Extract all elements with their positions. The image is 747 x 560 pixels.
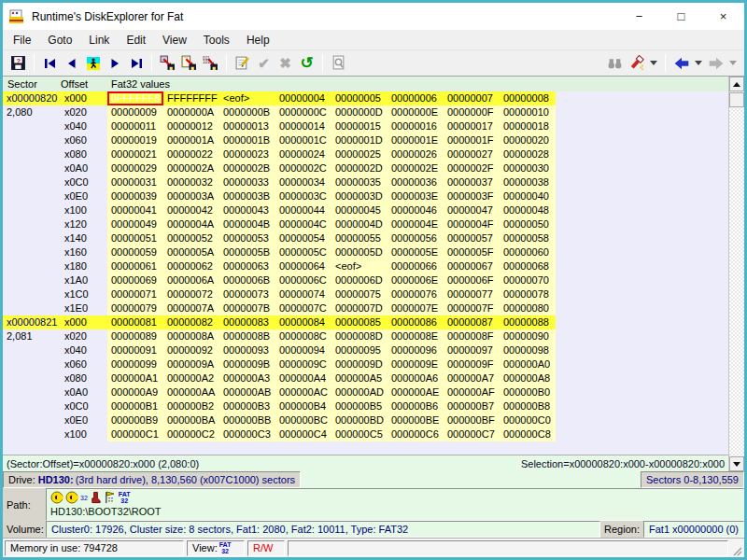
fat-value-cell[interactable]: 00000064 (275, 259, 331, 273)
fat-value-cell[interactable]: 000000C3 (219, 427, 275, 441)
fat-value-cell[interactable]: 000000BD (331, 413, 388, 427)
fat-value-cell[interactable]: 00000055 (331, 231, 388, 245)
fat-value-cell[interactable]: 00000069 (107, 273, 163, 287)
fat-value-cell[interactable]: 00000061 (107, 259, 163, 273)
go-first-button[interactable] (39, 52, 61, 74)
save-button[interactable]: ? (7, 52, 29, 74)
fat-value-cell[interactable]: 000000C1 (107, 427, 163, 441)
fat-value-cell[interactable]: 000000C8 (500, 427, 556, 441)
back-dropdown-icon[interactable] (695, 61, 702, 65)
fat-value-cell[interactable]: 00000050 (500, 217, 556, 231)
fat-value-cell[interactable]: 000000A5 (331, 371, 388, 385)
fat-value-cell[interactable]: 00000043 (219, 203, 275, 217)
fat-value-cell[interactable]: 0000006C (275, 273, 331, 287)
fat-value-cell[interactable]: FFFFFFFF (163, 91, 219, 105)
fat-value-cell[interactable]: 00000035 (331, 175, 388, 189)
go-next-button[interactable] (104, 52, 125, 74)
fat-value-cell[interactable]: 00000044 (275, 203, 331, 217)
fat-value-cell[interactable]: 00000075 (331, 287, 388, 301)
fat-value-cell[interactable]: 000000A7 (444, 371, 500, 385)
fat-value-cell[interactable]: 00000015 (331, 119, 388, 133)
fat-value-cell[interactable]: 0000000E (388, 105, 444, 119)
fat-value-cell[interactable]: 00000067 (444, 259, 500, 273)
fat-value-cell[interactable]: 000000BC (275, 413, 331, 427)
fat-value-cell[interactable]: 0000009D (331, 357, 388, 371)
fat-value-cell[interactable]: 000000C4 (275, 427, 331, 441)
fat-value-cell[interactable]: 0000008E (388, 329, 444, 343)
fat-value-cell[interactable]: 000000B9 (107, 413, 163, 427)
fat-value-cell[interactable]: <eof> (219, 91, 275, 105)
fat-value-cell[interactable]: <eof> (331, 259, 388, 273)
fat-value-cell[interactable]: 00000013 (219, 119, 275, 133)
menu-tools[interactable]: Tools (195, 30, 238, 49)
fat-value-cell[interactable]: 0000006A (163, 273, 219, 287)
fat-value-cell[interactable]: 0FFFFFF8 (107, 91, 163, 105)
fat-value-cell[interactable]: 00000031 (107, 175, 163, 189)
fat-value-cell[interactable]: 00000053 (219, 231, 275, 245)
fat-value-cell[interactable]: 0000009B (219, 357, 275, 371)
fat-value-cell[interactable]: 0000003C (275, 189, 331, 203)
menu-goto[interactable]: Goto (39, 30, 80, 49)
fat-value-cell[interactable]: 000000C2 (163, 427, 219, 441)
scrollbar-thumb[interactable] (729, 92, 744, 107)
fat-value-cell[interactable]: 00000048 (500, 203, 556, 217)
fat-value-cell[interactable]: 000000AF (444, 385, 500, 399)
fat-value-cell[interactable]: 0000002C (275, 161, 331, 175)
navigate-back-button[interactable] (670, 52, 692, 74)
fat-value-cell[interactable]: 000000A0 (500, 357, 556, 371)
fat-value-cell[interactable]: 00000052 (163, 231, 219, 245)
fat-value-cell[interactable]: 000000BA (163, 413, 219, 427)
fat-value-cell[interactable]: 00000005 (331, 91, 388, 105)
fat-value-cell[interactable]: 00000092 (163, 343, 219, 357)
fat-value-cell[interactable]: 000000B6 (388, 399, 444, 413)
fat-value-cell[interactable]: 00000017 (444, 119, 500, 133)
fat-value-cell[interactable]: 000000C6 (388, 427, 444, 441)
fat-value-cell[interactable]: 00000026 (388, 147, 444, 161)
fat-value-cell[interactable]: 0000006E (388, 273, 444, 287)
fat-value-cell[interactable]: 000000AE (388, 385, 444, 399)
fat-value-cell[interactable]: 0000004D (331, 217, 388, 231)
fat-value-cell[interactable]: 0000008A (163, 329, 219, 343)
fat-value-cell[interactable]: 00000025 (331, 147, 388, 161)
fat-value-cell[interactable]: 0000005F (444, 245, 500, 259)
fat-value-cell[interactable]: 00000028 (500, 147, 556, 161)
fat-value-cell[interactable]: 00000099 (107, 357, 163, 371)
fat-value-cell[interactable]: 0000004A (163, 217, 219, 231)
fat-value-cell[interactable]: 00000090 (500, 329, 556, 343)
fat-value-cell[interactable]: 000000A9 (107, 385, 163, 399)
menu-view[interactable]: View (154, 30, 195, 49)
fat-value-cell[interactable]: 000000A2 (163, 371, 219, 385)
fat-value-cell[interactable]: 00000047 (444, 203, 500, 217)
fat-value-cell[interactable]: 0000002A (163, 161, 219, 175)
fat-value-cell[interactable]: 00000066 (388, 259, 444, 273)
fat-value-cell[interactable]: 000000B1 (107, 399, 163, 413)
fat-value-cell[interactable]: 0000005B (219, 245, 275, 259)
fat-value-cell[interactable]: 0000002F (444, 161, 500, 175)
fat-value-cell[interactable]: 00000085 (331, 315, 388, 329)
fat-value-cell[interactable]: 0000002E (388, 161, 444, 175)
fat-value-cell[interactable]: 00000056 (388, 231, 444, 245)
fat-value-cell[interactable]: 0000004F (444, 217, 500, 231)
copy-to-clipboard-button[interactable] (178, 52, 200, 74)
fat-value-cell[interactable]: 00000088 (500, 315, 556, 329)
fat-value-cell[interactable]: 00000074 (275, 287, 331, 301)
fat-value-cell[interactable]: 000000AA (163, 385, 219, 399)
fat-value-cell[interactable]: 0000004C (275, 217, 331, 231)
fat-value-cell[interactable]: 000000A3 (219, 371, 275, 385)
save-to-file-button[interactable] (157, 52, 178, 74)
fat-value-cell[interactable]: 000000BE (388, 413, 444, 427)
fat-value-cell[interactable]: 000000B4 (275, 399, 331, 413)
fat-value-cell[interactable]: 0000009F (444, 357, 500, 371)
fat-value-cell[interactable]: 00000076 (388, 287, 444, 301)
fat-value-cell[interactable]: 0000007B (219, 301, 275, 315)
fat-value-cell[interactable]: 0000004B (219, 217, 275, 231)
save-binary-button[interactable]: 011101 (200, 52, 221, 74)
fat-value-cell[interactable]: 0000009E (388, 357, 444, 371)
fat-value-cell[interactable]: 00000072 (163, 287, 219, 301)
fat-value-cell[interactable]: 00000045 (331, 203, 388, 217)
fat-value-cell[interactable]: 00000037 (444, 175, 500, 189)
fat-value-cell[interactable]: 000000AC (275, 385, 331, 399)
fat-value-cell[interactable]: 00000082 (163, 315, 219, 329)
fat-value-cell[interactable]: 0000006B (219, 273, 275, 287)
fat-value-cell[interactable]: 0000000A (163, 105, 219, 119)
